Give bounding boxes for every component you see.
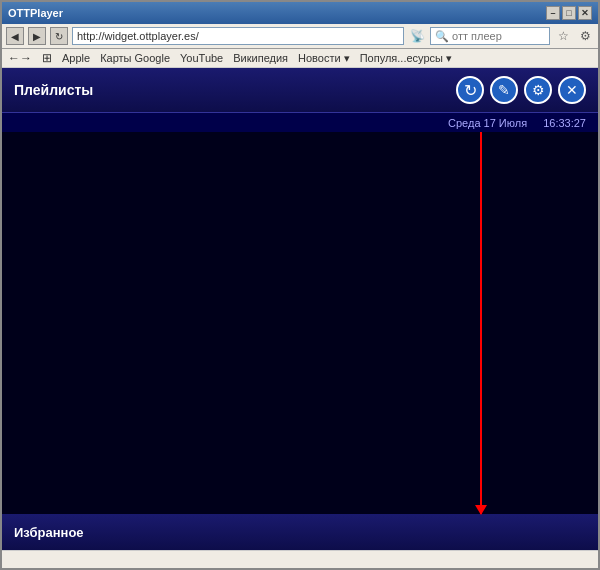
window-controls: – □ ✕ — [546, 6, 592, 20]
back-button[interactable]: ◀ — [6, 27, 24, 45]
star-icon[interactable]: ☆ — [554, 27, 572, 45]
tools-icon[interactable]: ⚙ — [576, 27, 594, 45]
maximize-button[interactable]: □ — [562, 6, 576, 20]
settings-icon: ⚙ — [532, 82, 545, 98]
bookmark-youtube[interactable]: YouTube — [180, 52, 223, 64]
player-header: Плейлисты ↻ ✎ ⚙ ✕ — [2, 68, 598, 112]
refresh-button[interactable]: ↻ — [50, 27, 68, 45]
rss-icon: 📡 — [408, 27, 426, 45]
main-window: OTTPlayer – □ ✕ ◀ ▶ ↻ 📡 ☆ ⚙ ←→ ⊞ Apple К… — [0, 0, 600, 570]
date-display: Среда 17 Июля — [448, 117, 527, 129]
bookmark-apple[interactable]: Apple — [62, 52, 90, 64]
bookmark-news[interactable]: Новости ▾ — [298, 52, 350, 65]
bookmark-google-maps[interactable]: Карты Google — [100, 52, 170, 64]
red-arrow-indicator — [480, 132, 482, 514]
browser-toolbar: ◀ ▶ ↻ 📡 ☆ ⚙ — [2, 24, 598, 49]
status-bar — [2, 550, 598, 568]
time-display: 16:33:27 — [543, 117, 586, 129]
content-area: Плейлисты ↻ ✎ ⚙ ✕ Среда 17 Июля 16:33:27 — [2, 68, 598, 550]
window-title: OTTPlayer — [8, 7, 63, 19]
refresh-icon: ↻ — [464, 81, 477, 100]
close-icon: ✕ — [566, 82, 578, 98]
arrow-head — [475, 505, 487, 515]
datetime-bar: Среда 17 Июля 16:33:27 — [2, 112, 598, 132]
search-input[interactable] — [430, 27, 550, 45]
edit-icon: ✎ — [498, 82, 510, 98]
main-content — [2, 132, 598, 514]
refresh-playlist-button[interactable]: ↻ — [456, 76, 484, 104]
playlists-label: Плейлисты — [14, 82, 93, 98]
close-player-button[interactable]: ✕ — [558, 76, 586, 104]
bookmark-wikipedia[interactable]: Википедия — [233, 52, 288, 64]
bookmark-back-forward-icon: ←→ — [8, 51, 32, 65]
minimize-button[interactable]: – — [546, 6, 560, 20]
favorites-label: Избранное — [14, 525, 84, 540]
edit-button[interactable]: ✎ — [490, 76, 518, 104]
address-bar[interactable] — [72, 27, 404, 45]
bottom-bar: Избранное — [2, 514, 598, 550]
settings-button[interactable]: ⚙ — [524, 76, 552, 104]
bookmark-apps-icon: ⊞ — [42, 51, 52, 65]
forward-button[interactable]: ▶ — [28, 27, 46, 45]
close-window-button[interactable]: ✕ — [578, 6, 592, 20]
bookmarks-bar: ←→ ⊞ Apple Карты Google YouTube Википеди… — [2, 49, 598, 68]
header-icons: ↻ ✎ ⚙ ✕ — [456, 76, 586, 104]
title-bar: OTTPlayer – □ ✕ — [2, 2, 598, 24]
bookmark-popular[interactable]: Популя...есурсы ▾ — [360, 52, 452, 65]
